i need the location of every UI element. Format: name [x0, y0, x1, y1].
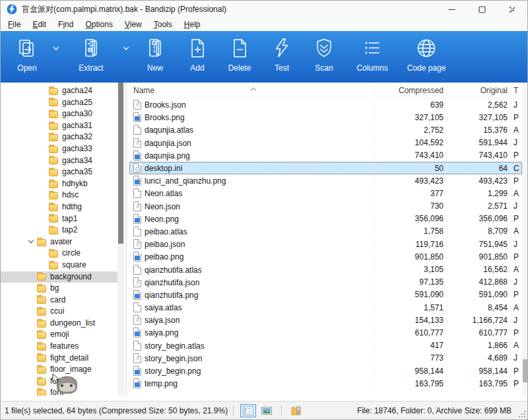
thumbnail-view-button[interactable]: [259, 404, 275, 417]
toolbar-open-dropdown[interactable]: [48, 36, 64, 60]
tree-item-floor_image[interactable]: floor_image: [1, 364, 117, 376]
toolbar-extract-button[interactable]: Extract: [64, 36, 118, 73]
tree-item-ccui[interactable]: ccui: [1, 306, 117, 318]
menu-item-find[interactable]: Find: [52, 18, 79, 31]
tree-item-tap1[interactable]: tap1: [1, 213, 117, 225]
file-row-Brooks.json[interactable]: Brooks.json6392,562J: [129, 98, 522, 111]
tree-item-background[interactable]: background: [1, 271, 117, 283]
tree-item-dungeon_list[interactable]: dungeon_list: [1, 318, 117, 330]
tree-item-gacha24[interactable]: gacha24: [1, 85, 117, 97]
file-name: qianzhutifa.json: [145, 278, 199, 287]
tree-item-gacha25[interactable]: gacha25: [1, 97, 117, 109]
file-row-Neon.atlas[interactable]: Neon.atlas3771,299A: [129, 187, 522, 199]
details-view-button[interactable]: [240, 404, 256, 417]
file-row-lunci_and_qianzhu.png[interactable]: lunci_and_qianzhu.png493,423493,423P: [129, 174, 522, 187]
file-name: qianzhutifa.png: [145, 291, 198, 300]
menu-item-options[interactable]: Options: [79, 18, 118, 31]
tree-item-avater[interactable]: avater: [1, 236, 117, 248]
tree-item-gacha35[interactable]: gacha35: [1, 166, 117, 178]
file-compressed-size: 104,592: [374, 138, 446, 147]
tree-item-gacha31[interactable]: gacha31: [1, 120, 117, 132]
tree-item-hdthg[interactable]: hdthg: [1, 201, 117, 213]
file-row-Neon.json[interactable]: Neon.json7302,571J: [129, 200, 522, 213]
sidebar-vertical-scrollbar-thumb[interactable]: [118, 83, 123, 244]
archive-folder-button[interactable]: [288, 404, 304, 417]
file-row-story_begin.png[interactable]: story_begin.png958,144958,144P: [129, 365, 522, 377]
toolbar-columns-button[interactable]: Columns: [345, 36, 399, 73]
file-row-story_begin.atlas[interactable]: story_begin.atlas4171,866A: [129, 339, 522, 352]
tree-item-hdsc[interactable]: hdsc: [1, 190, 117, 201]
file-row-peibao.atlas[interactable]: peibao.atlas1,7588,709A: [129, 225, 522, 238]
file-rows: Brooks.json6392,562JBrooks.png327,105327…: [129, 98, 522, 390]
menu-item-edit[interactable]: Edit: [26, 18, 52, 31]
tree-item-gacha32[interactable]: gacha32: [1, 131, 117, 143]
file-compressed-size: 773: [374, 353, 446, 363]
folder-icon: [37, 297, 46, 304]
file-name: daqunjia.json: [145, 139, 191, 148]
tree-item-font[interactable]: font: [1, 387, 117, 396]
toolbar-new-button[interactable]: New: [134, 36, 176, 73]
menu-item-view[interactable]: View: [119, 18, 148, 31]
file-row-daqunjia.json[interactable]: daqunjia.json104,592591,944J: [129, 137, 522, 149]
file-row-Neon.png[interactable]: Neon.png356,096356,096P: [129, 213, 522, 225]
file-row-qianzhutifa.png[interactable]: qianzhutifa.png591,090591,090P: [129, 289, 522, 301]
toolbar-add-button[interactable]: Add: [176, 36, 218, 73]
file-row-peibao.json[interactable]: peibao.json119,716751,945J: [129, 238, 522, 250]
tree-item-gacha30[interactable]: gacha30: [1, 108, 117, 120]
title-bar[interactable]: 盲盒派对(com.palmpi.matrix).bak - Bandizip (…: [1, 1, 527, 18]
pane-splitter[interactable]: [125, 83, 127, 396]
tree-item-label: tap2: [62, 225, 77, 236]
file-row-saiya.atlas[interactable]: saiya.atlas1,5718,454A: [129, 301, 522, 314]
main-area: gacha24gacha25gacha30gacha31gacha32gacha…: [1, 83, 527, 396]
tree-item-tap2[interactable]: tap2: [1, 225, 117, 236]
file-name: daqunjia.png: [145, 151, 190, 160]
status-separator: [233, 405, 234, 416]
layout-toggle-icon[interactable]: [512, 6, 521, 15]
toolbar-delete-button[interactable]: Delete: [218, 36, 261, 73]
file-row-qianzhutifa.atlas[interactable]: qianzhutifa.atlas3,10516,562A: [129, 263, 522, 275]
tree-item-fight_detail[interactable]: fight_detail: [1, 353, 117, 365]
tree-item-features[interactable]: features: [1, 341, 117, 353]
toolbar-test-button[interactable]: Test: [261, 36, 303, 73]
toolbar-extract-dropdown[interactable]: [118, 36, 134, 60]
toolbar-open-button[interactable]: Open: [6, 36, 48, 73]
resize-grip[interactable]: [519, 411, 525, 417]
tree-item-gacha34[interactable]: gacha34: [1, 155, 117, 167]
file-list-vertical-scrollbar-thumb[interactable]: [523, 359, 528, 382]
column-header-original[interactable]: Original: [446, 86, 510, 98]
file-row-saiya.png[interactable]: saiya.png610,777610,777P: [129, 326, 522, 339]
file-row-Brooks.png[interactable]: Brooks.png327,105327,105P: [129, 111, 522, 123]
file-row-daqunjia.atlas[interactable]: daqunjia.atlas2,75215,376A: [129, 123, 522, 136]
minimize-button[interactable]: [436, 1, 467, 18]
file-compressed-size: 377: [374, 189, 446, 198]
toolbar-scan-button[interactable]: Scan: [303, 36, 345, 73]
file-original-size: 751,945: [446, 240, 510, 249]
tree-item-emoji[interactable]: emoji: [1, 329, 117, 341]
file-row-peibao.png[interactable]: peibao.png901,850901,850P: [129, 250, 522, 263]
maximize-button[interactable]: [467, 1, 497, 18]
file-row-story_begin.json[interactable]: story_begin.json7734,689J: [129, 352, 522, 365]
file-row-qianzhutifa.json[interactable]: qianzhutifa.json97,135412,868J: [129, 276, 522, 289]
menu-item-file[interactable]: File: [2, 18, 26, 31]
tree-item-bg[interactable]: bg: [1, 283, 117, 295]
file-row-temp.png[interactable]: temp.png163,795163,795P: [129, 377, 522, 390]
tree-item-fog[interactable]: fog: [1, 376, 117, 388]
tree-item-square[interactable]: square: [1, 260, 117, 271]
column-header-type[interactable]: T: [510, 86, 522, 98]
tree-item-card[interactable]: card: [1, 295, 117, 306]
atlas-file-icon: [133, 125, 141, 135]
menu-item-tools[interactable]: Tools: [148, 18, 178, 31]
file-row-saiya.json[interactable]: saiya.json154,1331,166,724J: [129, 314, 522, 326]
file-original-size: 15,376: [446, 125, 510, 135]
tree-item-gacha33[interactable]: gacha33: [1, 143, 117, 155]
sidebar-vertical-scrollbar[interactable]: [117, 83, 124, 396]
file-row-desktop.ini[interactable]: desktop.ini5064C: [129, 162, 522, 174]
tree-item-hdhykb[interactable]: hdhykb: [1, 178, 117, 190]
column-header-compressed[interactable]: Compressed: [374, 86, 446, 98]
tree-item-circle[interactable]: circle: [1, 248, 117, 260]
file-list-vertical-scrollbar[interactable]: [522, 83, 528, 396]
tree-item-label: card: [50, 295, 65, 306]
toolbar-codepage-button[interactable]: Code page: [399, 36, 453, 73]
menu-item-help[interactable]: Help: [178, 18, 207, 31]
file-row-daqunjia.png[interactable]: daqunjia.png743,410743,410P: [129, 149, 522, 162]
